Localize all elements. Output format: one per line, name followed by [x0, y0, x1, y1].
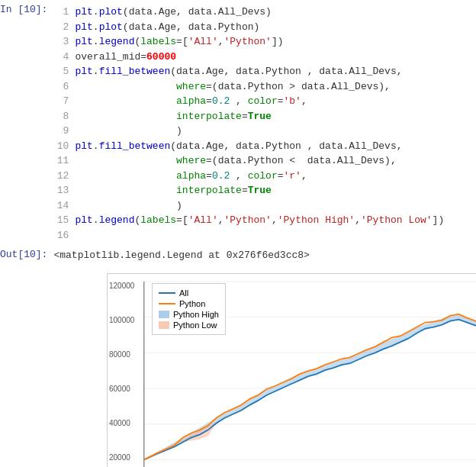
chart-legend: All Python Python High Python Low	[152, 283, 226, 335]
line-content-7: alpha=0.2 , color='b',	[75, 94, 307, 109]
legend-line-all	[159, 292, 175, 294]
line-content-6: where=(data.Python > data.All_Devs),	[75, 79, 390, 95]
line-content-16	[75, 228, 81, 243]
line-num-3: 3	[53, 34, 75, 50]
code-line-7: 7 alpha=0.2 , color='b',	[53, 94, 476, 109]
line-num-15: 15	[53, 213, 75, 228]
line-num-8: 8	[53, 109, 75, 124]
line-num-7: 7	[53, 94, 75, 109]
input-label: In [10]:	[0, 3, 53, 15]
legend-line-python	[159, 303, 175, 304]
line-content-1: plt.plot(data.Age, data.All_Devs)	[75, 5, 271, 20]
line-num-14: 14	[53, 198, 75, 214]
line-num-16: 16	[53, 228, 75, 243]
output-text: <matplotlib.legend.Legend at 0x276f6ed3c…	[53, 249, 309, 261]
legend-label-python: Python	[179, 299, 205, 308]
line-num-10: 10	[53, 139, 75, 154]
line-content-2: plt.plot(data.Age, data.Python)	[75, 20, 259, 35]
legend-item-all: All	[159, 288, 219, 298]
code-line-14: 14 )	[53, 198, 476, 214]
line-content-11: where=(data.Python < data.All_Devs),	[75, 153, 396, 169]
chart-wrapper: 120000 100000 80000 60000 40000 20000 20…	[53, 269, 476, 467]
output-label: Out[10]:	[0, 249, 53, 260]
code-line-1: 1 plt.plot(data.Age, data.All_Devs)	[53, 5, 476, 20]
line-num-1: 1	[53, 5, 75, 20]
chart-container: 120000 100000 80000 60000 40000 20000 20…	[107, 273, 476, 467]
legend-label-all: All	[179, 288, 188, 298]
legend-label-python-low: Python Low	[173, 320, 217, 330]
code-line-16: 16	[53, 228, 476, 243]
code-line-6: 6 where=(data.Python > data.All_Devs),	[53, 79, 476, 95]
code-block[interactable]: 1 plt.plot(data.Age, data.All_Devs) 2 pl…	[53, 3, 476, 244]
line-num-11: 11	[53, 153, 75, 169]
code-line-12: 12 alpha=0.2 , color='r',	[53, 169, 476, 184]
jupyter-cell: In [10]: 1 plt.plot(data.Age, data.All_D…	[0, 0, 476, 467]
line-content-8: interpolate=True	[75, 109, 271, 124]
line-num-2: 2	[53, 20, 75, 35]
line-content-10: plt.fill_between(data.Age, data.Python ,…	[75, 139, 402, 154]
code-line-5: 5 plt.fill_between(data.Age, data.Python…	[53, 64, 476, 79]
code-line-13: 13 interpolate=True	[53, 183, 476, 198]
line-num-5: 5	[53, 64, 75, 79]
code-line-3: 3 plt.legend(labels=['All','Python'])	[53, 34, 476, 50]
line-content-4: overall_mid=60000	[75, 50, 176, 65]
legend-item-python: Python	[159, 299, 219, 308]
code-line-10: 10 plt.fill_between(data.Age, data.Pytho…	[53, 139, 476, 154]
code-line-4: 4 overall_mid=60000	[53, 50, 476, 65]
legend-patch-low	[159, 321, 169, 329]
line-content-9: )	[75, 124, 182, 139]
line-content-14: )	[75, 198, 182, 214]
input-row: In [10]: 1 plt.plot(data.Age, data.All_D…	[0, 0, 476, 247]
line-num-9: 9	[53, 124, 75, 139]
legend-label-python-high: Python High	[173, 310, 219, 319]
line-content-12: alpha=0.2 , color='r',	[75, 169, 307, 184]
line-content-13: interpolate=True	[75, 183, 271, 198]
code-line-2: 2 plt.plot(data.Age, data.Python)	[53, 20, 476, 35]
output-row: Out[10]: <matplotlib.legend.Legend at 0x…	[0, 247, 476, 262]
line-content-15: plt.legend(labels=['All','Python','Pytho…	[75, 213, 444, 228]
code-line-15: 15 plt.legend(labels=['All','Python','Py…	[53, 213, 476, 228]
legend-item-python-low: Python Low	[159, 320, 219, 330]
line-content-3: plt.legend(labels=['All','Python'])	[75, 34, 283, 50]
code-line-8: 8 interpolate=True	[53, 109, 476, 124]
line-num-12: 12	[53, 169, 75, 184]
legend-patch-high	[159, 311, 169, 318]
code-line-11: 11 where=(data.Python < data.All_Devs),	[53, 153, 476, 169]
line-num-4: 4	[53, 50, 75, 65]
line-num-6: 6	[53, 79, 75, 95]
legend-item-python-high: Python High	[159, 310, 219, 319]
line-num-13: 13	[53, 183, 75, 198]
code-line-9: 9 )	[53, 124, 476, 139]
line-content-5: plt.fill_between(data.Age, data.Python ,…	[75, 64, 402, 79]
